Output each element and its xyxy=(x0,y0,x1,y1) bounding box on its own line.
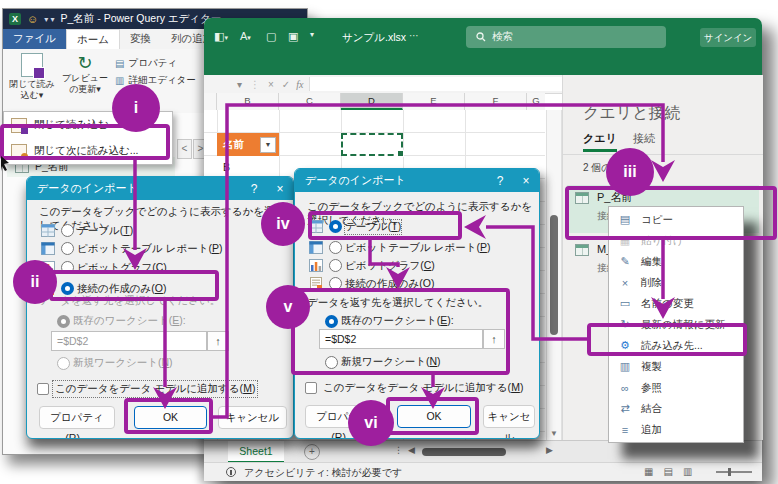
menu-item-close-and-load-to[interactable]: 閉じて次に読み込む... xyxy=(4,138,172,164)
add-sheet-button[interactable]: + xyxy=(304,444,320,460)
column-header-g[interactable]: G xyxy=(527,93,545,110)
collapse-dialog-icon[interactable]: ↑ xyxy=(207,331,229,351)
qat-caret-icon[interactable]: ▾ xyxy=(310,30,314,39)
menu-item-label: 複製 xyxy=(641,360,662,374)
tab-file[interactable]: ファイル xyxy=(3,29,66,49)
radio-existing-sheet[interactable] xyxy=(57,315,70,328)
tab-home[interactable]: ホーム xyxy=(66,29,120,49)
column-header-f[interactable]: F xyxy=(465,93,527,110)
menu-item-delete[interactable]: ×削除 xyxy=(609,272,743,293)
close-button[interactable]: × xyxy=(513,174,539,188)
cancel-button[interactable]: キャンセル xyxy=(483,405,535,428)
cell-d2-selection[interactable] xyxy=(341,133,403,156)
cell-reference-input[interactable]: =$D$2 xyxy=(51,331,207,351)
fill-color-icon[interactable]: ◧▾ xyxy=(214,30,228,43)
add-to-model-checkbox[interactable] xyxy=(37,383,49,395)
zoom-slider[interactable] xyxy=(716,471,752,473)
radio-table[interactable] xyxy=(329,220,342,233)
column-header-d[interactable]: D xyxy=(341,93,403,110)
add-to-model-checkbox[interactable] xyxy=(305,382,317,394)
quick-access-caret-icon[interactable]: ▾ ▾ xyxy=(44,15,54,24)
title-more-icon[interactable]: ⋯ xyxy=(409,30,419,41)
menu-item-load-to[interactable]: ⚙読み込み先... xyxy=(609,335,743,356)
tab-queries[interactable]: クエリ xyxy=(583,131,617,152)
column-header-e[interactable]: E xyxy=(403,93,465,110)
tab-options-icon[interactable]: ⋮ xyxy=(394,445,403,455)
column-header-c[interactable]: C xyxy=(279,93,341,110)
option-pivot-table[interactable]: ピボットテーブル レポート(P) xyxy=(295,240,539,256)
vertical-scrollbar[interactable]: ▼ xyxy=(546,110,562,440)
radio-new-sheet[interactable] xyxy=(57,357,70,370)
properties-button[interactable]: プロパティ(R)... xyxy=(39,406,115,429)
menu-item-merge[interactable]: ⇄結合 xyxy=(609,398,743,419)
annotation-badge-ii: ii xyxy=(13,260,57,304)
radio-new-sheet[interactable] xyxy=(325,356,338,369)
caret-down-icon: ▾ xyxy=(39,90,44,100)
collapse-dialog-icon[interactable]: ↑ xyxy=(483,329,505,349)
column-header-sliver[interactable] xyxy=(204,93,217,110)
option-pivot-chart[interactable]: ピボットグラフ(C) xyxy=(295,258,539,274)
tab-connections[interactable]: 接続 xyxy=(633,131,655,146)
close-button[interactable]: × xyxy=(267,182,293,196)
menu-item-copy[interactable]: ▤コピー xyxy=(609,209,743,230)
menu-item-append[interactable]: ≡追加 xyxy=(609,419,743,440)
border-icon[interactable]: ▢ xyxy=(266,30,276,43)
insert-function-icon[interactable]: fx xyxy=(294,79,309,90)
horizontal-scrollbar-thumb[interactable] xyxy=(422,448,506,456)
nav-prev-button[interactable]: < xyxy=(177,139,192,159)
scroll-down-icon[interactable]: ▼ xyxy=(550,429,558,438)
radio-pivot-table[interactable] xyxy=(329,241,342,254)
radio-existing-sheet[interactable] xyxy=(325,315,338,328)
option-connection-only[interactable]: 接続の作成のみ(O) xyxy=(295,276,539,292)
ok-button[interactable]: OK xyxy=(397,405,471,428)
ok-button[interactable]: OK xyxy=(134,406,207,429)
tab-transform[interactable]: 変換 xyxy=(120,29,161,49)
radio-connection-only[interactable] xyxy=(329,277,342,290)
scroll-right-icon[interactable]: ▶ xyxy=(546,445,553,455)
radio-pivot-chart[interactable] xyxy=(329,259,342,272)
name-box[interactable]: ▾ xyxy=(204,79,246,90)
refresh-preview-button[interactable]: ↻ プレビューの更新▾ xyxy=(59,53,111,94)
menu-item-edit[interactable]: ✎編集 xyxy=(609,251,743,272)
search-input[interactable]: 検索 xyxy=(466,26,666,48)
column-header-b[interactable]: B xyxy=(217,93,279,110)
edit-icon: ✎ xyxy=(618,255,632,268)
menu-item-refresh[interactable]: ↻最新の情報に更新 xyxy=(609,314,743,335)
radio-pivot-chart[interactable] xyxy=(61,261,74,274)
orientation-icon[interactable]: ▣ xyxy=(288,30,298,43)
option-pivot-table[interactable]: ピボットテーブル レポート(P) xyxy=(27,241,293,257)
table-icon xyxy=(309,220,323,233)
help-button[interactable]: ? xyxy=(487,174,513,188)
properties-button[interactable]: ▤ プロパティ xyxy=(115,57,177,70)
accessibility-status[interactable]: アクセシビリティ: 検討が必要です xyxy=(244,466,402,480)
feedback-smiley-icon[interactable]: ☺ xyxy=(27,13,38,25)
option-table[interactable]: テーブル(T) xyxy=(27,223,293,239)
cell-reference-input[interactable]: =$D$2 xyxy=(319,329,483,349)
help-button[interactable]: ? xyxy=(241,182,267,196)
radio-table[interactable] xyxy=(61,224,74,237)
menu-item-reference[interactable]: ∞参照 xyxy=(609,377,743,398)
option-label: テーブル(T) xyxy=(77,224,133,238)
scroll-left-icon[interactable]: ◀ xyxy=(408,445,415,455)
option-pivot-chart[interactable]: ピボットグラフ(C) xyxy=(27,260,293,276)
menu-item-rename[interactable]: ▭名前の変更 xyxy=(609,293,743,314)
fill-handle[interactable] xyxy=(397,150,404,157)
pane-divider xyxy=(563,154,763,155)
option-table[interactable]: テーブル(T) xyxy=(295,219,539,235)
font-color-icon[interactable]: A▾ xyxy=(240,30,251,42)
table-header-cell[interactable]: 名前 ▼ xyxy=(217,133,279,156)
cancel-button[interactable]: キャンセル xyxy=(218,406,287,429)
zoom-slider-handle[interactable] xyxy=(728,468,731,476)
sheet-tab-sheet1[interactable]: Sheet1 xyxy=(228,441,284,463)
close-and-load-button[interactable]: 閉じて読み込む▾ xyxy=(9,53,55,100)
filter-dropdown-icon[interactable]: ▼ xyxy=(260,137,276,153)
sign-in-button[interactable]: サインイン xyxy=(700,28,756,47)
vertical-scrollbar-thumb[interactable] xyxy=(550,215,558,335)
properties-label: プロパティ xyxy=(128,57,177,70)
import-data-dialog-1: データのインポート ? × このデータをブックでどのように表示するかを選択してく… xyxy=(26,176,294,439)
menu-item-duplicate[interactable]: ▥複製 xyxy=(609,356,743,377)
radio-pivot-table[interactable] xyxy=(61,242,74,255)
view-shortcut-icons[interactable]: ▦▤▥ xyxy=(644,466,702,477)
enter-icon[interactable]: ✓ xyxy=(278,79,294,90)
cancel-icon[interactable]: × xyxy=(264,79,278,90)
